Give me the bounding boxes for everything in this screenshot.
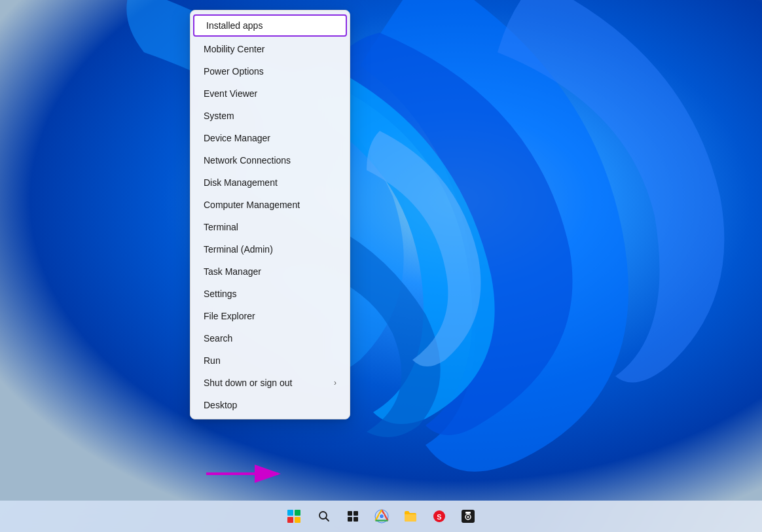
store-button[interactable]: S [426,503,452,529]
menu-item-settings[interactable]: Settings [190,283,350,305]
submenu-chevron-icon: › [334,378,336,387]
svg-text:S: S [437,513,441,521]
chrome-button[interactable] [369,503,395,529]
menu-item-event-viewer[interactable]: Event Viewer [190,82,350,105]
svg-point-18 [467,516,469,518]
taskbar: S [0,501,762,532]
svg-line-4 [326,518,329,522]
camera-icon [461,509,475,523]
svg-rect-17 [465,512,471,514]
search-taskbar-button[interactable] [311,503,337,529]
svg-rect-7 [348,517,352,522]
menu-item-terminal-admin[interactable]: Terminal (Admin) [190,238,350,260]
menu-item-installed-apps[interactable]: Installed apps [193,14,347,37]
menu-item-system[interactable]: System [190,105,350,127]
menu-item-run[interactable]: Run [190,349,350,372]
svg-rect-6 [354,511,358,516]
windows-logo-icon [287,510,300,523]
task-view-button[interactable] [340,503,366,529]
svg-rect-5 [348,511,352,516]
menu-item-network-connections[interactable]: Network Connections [190,149,350,171]
svg-rect-8 [354,517,358,522]
file-explorer-button[interactable] [397,503,424,529]
menu-item-task-manager[interactable]: Task Manager [190,260,350,283]
menu-item-device-manager[interactable]: Device Manager [190,127,350,149]
menu-item-shutdown[interactable]: Shut down or sign out › [190,372,350,394]
search-icon [318,510,331,523]
chrome-icon [374,509,389,523]
menu-item-file-explorer[interactable]: File Explorer [190,305,350,327]
menu-item-terminal[interactable]: Terminal [190,216,350,238]
menu-item-computer-management[interactable]: Computer Management [190,194,350,216]
store-icon: S [432,509,446,523]
menu-item-power-options[interactable]: Power Options [190,60,350,82]
menu-item-desktop[interactable]: Desktop [190,394,350,416]
context-menu: Installed apps Mobility Center Power Opt… [190,10,350,419]
camera-button[interactable] [455,503,481,529]
task-view-icon [346,510,359,523]
desktop: Installed apps Mobility Center Power Opt… [0,0,762,532]
file-explorer-icon [403,510,418,523]
arrow-icon [203,457,288,490]
desktop-background [0,0,762,501]
menu-item-mobility-center[interactable]: Mobility Center [190,38,350,60]
arrow-annotation [203,457,288,493]
menu-item-search[interactable]: Search [190,327,350,349]
svg-point-12 [380,514,384,518]
start-button[interactable] [281,503,307,529]
menu-item-disk-management[interactable]: Disk Management [190,171,350,194]
